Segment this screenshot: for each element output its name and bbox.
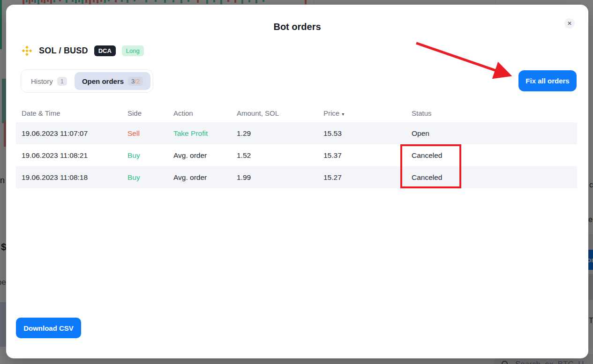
cell-action: Avg. order <box>168 151 231 160</box>
direction-badge: Long <box>122 45 144 56</box>
column-header-status: Status <box>406 109 577 117</box>
table-body: 19.06.2023 11:07:07SellTake Profit1.2915… <box>16 122 577 188</box>
cell-amount: 1.52 <box>231 151 318 160</box>
orders-tabs: History 1 Open orders 3/2 <box>21 69 153 93</box>
column-header-side: Side <box>122 109 168 117</box>
table-row: 19.06.2023 11:07:07SellTake Profit1.2915… <box>16 122 577 144</box>
table-header: Date & Time Side Action Amount, SOL Pric… <box>16 104 577 122</box>
column-header-price-sort[interactable]: Price▾ <box>318 109 406 117</box>
tab-label: History <box>31 77 53 85</box>
close-icon[interactable]: ✕ <box>564 18 575 29</box>
tab-count-badge: 3/2 <box>128 77 143 86</box>
cell-amount: 1.99 <box>231 173 318 182</box>
table-row: 19.06.2023 11:08:18BuyAvg. order1.9915.2… <box>16 166 577 188</box>
cell-status: Canceled <box>406 151 577 160</box>
tab-open-orders[interactable]: Open orders 3/2 <box>75 72 150 90</box>
pair-header: SOL / BUSD DCA Long <box>21 45 144 57</box>
cell-side: Buy <box>122 151 168 160</box>
download-csv-button[interactable]: Download CSV <box>16 318 81 338</box>
cell-datetime: 19.06.2023 11:08:21 <box>16 151 122 160</box>
tab-history[interactable]: History 1 <box>23 72 75 90</box>
cell-action: Avg. order <box>168 173 231 182</box>
table-row: 19.06.2023 11:08:21BuyAvg. order1.5215.3… <box>16 144 577 166</box>
column-header-date: Date & Time <box>16 109 122 117</box>
cell-side: Sell <box>122 129 168 138</box>
fix-all-orders-button[interactable]: Fix all orders <box>518 70 577 91</box>
modal-title: Bot orders <box>6 22 588 32</box>
cell-status: Canceled <box>406 173 577 182</box>
cell-datetime: 19.06.2023 11:07:07 <box>16 129 122 138</box>
cell-price: 15.37 <box>318 151 406 160</box>
cell-action: Take Profit <box>168 129 231 138</box>
sort-caret-icon: ▾ <box>342 111 344 117</box>
pair-name: SOL / BUSD <box>39 46 88 56</box>
cell-side: Buy <box>122 173 168 182</box>
orders-table: Date & Time Side Action Amount, SOL Pric… <box>16 104 577 188</box>
bot-orders-modal: Bot orders ✕ SOL / BUSD DCA Long History… <box>6 5 588 358</box>
binance-icon <box>21 45 33 57</box>
strategy-badge: DCA <box>94 45 116 56</box>
cell-status: Open <box>406 129 577 138</box>
cell-price: 15.53 <box>318 129 406 138</box>
column-header-action: Action <box>168 109 231 117</box>
cell-datetime: 19.06.2023 11:08:18 <box>16 173 122 182</box>
cell-amount: 1.29 <box>231 129 318 138</box>
tab-count-badge: 1 <box>57 77 67 86</box>
column-header-amount: Amount, SOL <box>231 109 318 117</box>
tab-label: Open orders <box>82 77 124 85</box>
cell-price: 15.27 <box>318 173 406 182</box>
